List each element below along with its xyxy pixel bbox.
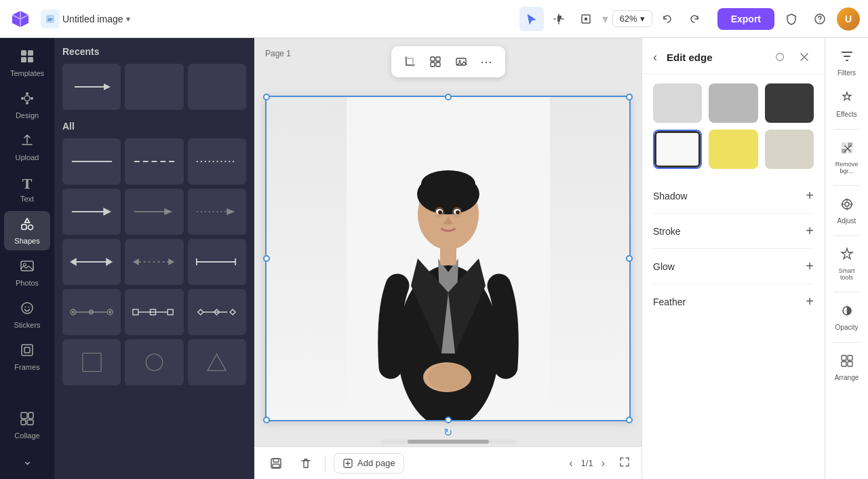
sidebar-collapse-btn[interactable]: ⌄ [17,448,38,474]
add-page-btn[interactable]: Add page [334,453,404,474]
handle-mid-right[interactable] [626,255,633,262]
sidebar-item-photos[interactable]: Photos [4,253,50,292]
recents-title: Recents [62,46,246,57]
sidebar-item-text[interactable]: T Text [4,170,50,208]
sidebar-item-upload[interactable]: Upload [4,128,50,167]
shape-dashed-line[interactable] [125,138,183,185]
select-tool[interactable] [519,7,544,31]
undo-btn[interactable] [655,7,679,31]
handle-bottom-right[interactable] [626,417,633,423]
remove-bg-tool[interactable]: Removebgr... [828,135,866,180]
right-separator-5 [833,342,861,343]
shape-rect-outline[interactable] [62,339,121,385]
arrange-icon [840,353,854,372]
shape-arrow-right-thin[interactable] [125,189,183,235]
redo-btn[interactable] [682,7,707,31]
sidebar-item-collage[interactable]: Collage [4,406,50,445]
flip-tool-btn[interactable] [450,50,473,73]
shape-dotted-double-arrow[interactable] [125,239,183,285]
sidebar-item-shapes[interactable]: Shapes [4,211,50,250]
svg-rect-7 [21,57,26,62]
canvas-tools: ▾ 62% ▾ [519,7,707,31]
pan-tool[interactable] [547,7,571,31]
right-separator-3 [833,235,861,236]
adjust-tool[interactable]: Adjust [828,191,866,230]
shape-circle-outline[interactable] [125,339,183,385]
svg-point-13 [31,97,33,100]
shape-dotted-line[interactable] [188,138,246,185]
all-label: All [62,121,246,132]
recent-shape-arrow[interactable] [62,64,121,110]
user-avatar[interactable]: U [837,7,860,31]
swatch-white-border[interactable] [653,130,702,169]
recent-shape-empty2[interactable] [188,64,246,110]
swatch-dark[interactable] [765,83,814,123]
canvas-content[interactable]: ↻ [265,96,631,421]
panel-close-btn[interactable] [795,47,814,66]
title-chevron[interactable]: ▾ [126,14,130,24]
handle-top-center[interactable] [445,94,452,100]
smart-tools-label: Smarttools [838,267,854,281]
shadow-option[interactable]: Shadow + [653,178,814,214]
shape-circle-handle[interactable] [62,289,121,335]
shape-hline-stops[interactable] [188,239,246,285]
file-info[interactable]: Untitled image ▾ [41,9,130,28]
glow-option[interactable]: Glow + [653,249,814,284]
next-page-btn[interactable]: › [599,455,608,472]
canvas-image [267,97,629,420]
effects-tool[interactable]: Effects [828,85,866,123]
handle-mid-left[interactable] [263,255,270,262]
recent-shape-empty1[interactable] [125,64,183,110]
handle-top-left[interactable] [263,94,270,100]
group-tool-btn[interactable] [424,50,447,73]
svg-marker-37 [227,208,235,215]
rotate-handle[interactable]: ↻ [441,425,455,439]
fullscreen-btn[interactable] [618,456,631,471]
panel-refresh-btn[interactable] [770,47,789,66]
swatch-light-gray[interactable] [653,83,702,123]
swatch-yellow[interactable] [709,130,757,169]
help-icon[interactable] [808,7,831,31]
stroke-label: Stroke [653,226,806,237]
shape-square-handle[interactable] [125,289,183,335]
save-icon-btn[interactable] [265,453,287,474]
opacity-tool[interactable]: Opacity [828,298,866,337]
swatch-warm-gray[interactable] [765,130,814,169]
shape-arrow-right[interactable] [62,189,121,235]
handle-bottom-left[interactable] [263,417,270,423]
logo[interactable] [8,7,33,31]
shape-arrow-dotted[interactable] [188,189,246,235]
arrange-tool[interactable]: Arrange [828,348,866,387]
feather-option[interactable]: Feather + [653,284,814,319]
shapes-icon [20,216,35,235]
sidebar-item-frames[interactable]: Frames [4,337,50,377]
document-title: Untitled image [62,14,123,24]
right-separator-1 [833,129,861,130]
smart-tools-tool[interactable]: Smarttools [828,242,866,286]
stroke-option[interactable]: Stroke + [653,214,814,249]
sidebar-item-stickers[interactable]: Stickers [4,295,50,334]
canvas-toolbar: ··· [391,46,505,77]
handle-bottom-center[interactable] [445,417,452,423]
prev-page-btn[interactable]: ‹ [566,455,575,472]
shape-double-arrow[interactable] [62,239,121,285]
shield-icon[interactable] [780,7,803,31]
panel-back-btn[interactable]: ‹ [653,49,661,66]
filters-tool[interactable]: Filters [828,43,866,82]
sidebar-item-templates[interactable]: Templates [4,43,50,83]
shape-triangle-outline[interactable] [188,339,246,385]
more-tool-btn[interactable]: ··· [475,50,498,73]
handle-top-right[interactable] [626,94,633,100]
remove-bg-label: Removebgr... [835,161,859,174]
crop-tool-btn[interactable] [398,50,421,73]
svg-rect-24 [28,413,33,419]
resize-tool[interactable] [574,7,598,31]
trash-btn[interactable] [295,453,317,474]
swatch-mid-gray[interactable] [709,83,757,123]
sidebar-item-design[interactable]: Design [4,85,50,125]
zoom-control[interactable]: 62% ▾ [612,10,652,27]
topbar-right: Export U [717,7,860,31]
export-button[interactable]: Export [717,8,774,30]
shape-solid-line[interactable] [62,138,121,185]
shape-diamond-handle[interactable] [188,289,246,335]
